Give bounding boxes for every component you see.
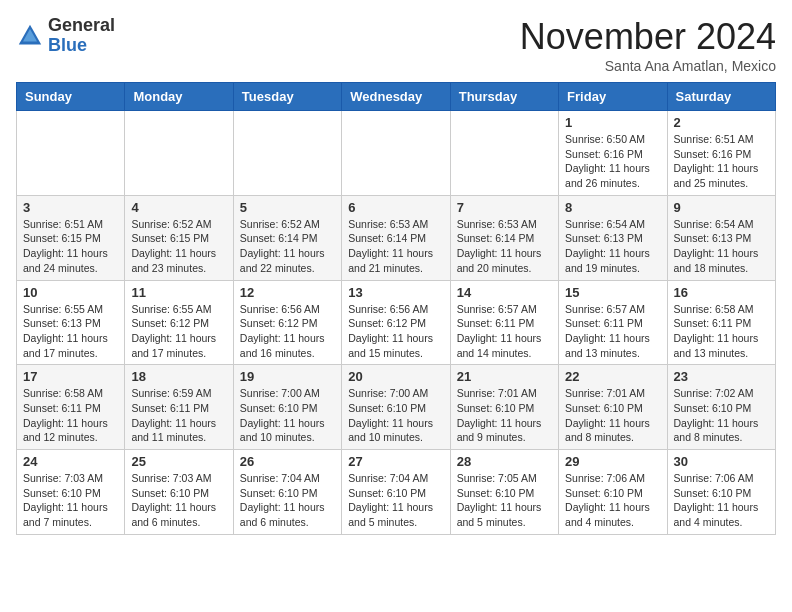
day-info: Sunrise: 6:57 AM Sunset: 6:11 PM Dayligh… — [457, 302, 552, 361]
day-number: 27 — [348, 454, 443, 469]
day-info: Sunrise: 7:04 AM Sunset: 6:10 PM Dayligh… — [348, 471, 443, 530]
day-number: 19 — [240, 369, 335, 384]
logo-general: General — [48, 15, 115, 35]
day-info: Sunrise: 7:00 AM Sunset: 6:10 PM Dayligh… — [348, 386, 443, 445]
calendar-cell: 18Sunrise: 6:59 AM Sunset: 6:11 PM Dayli… — [125, 365, 233, 450]
calendar-week-row: 1Sunrise: 6:50 AM Sunset: 6:16 PM Daylig… — [17, 111, 776, 196]
calendar-cell: 6Sunrise: 6:53 AM Sunset: 6:14 PM Daylig… — [342, 195, 450, 280]
day-number: 5 — [240, 200, 335, 215]
day-number: 23 — [674, 369, 769, 384]
calendar-week-row: 3Sunrise: 6:51 AM Sunset: 6:15 PM Daylig… — [17, 195, 776, 280]
calendar-cell: 19Sunrise: 7:00 AM Sunset: 6:10 PM Dayli… — [233, 365, 341, 450]
calendar-cell: 14Sunrise: 6:57 AM Sunset: 6:11 PM Dayli… — [450, 280, 558, 365]
day-number: 24 — [23, 454, 118, 469]
day-info: Sunrise: 7:00 AM Sunset: 6:10 PM Dayligh… — [240, 386, 335, 445]
calendar-cell: 30Sunrise: 7:06 AM Sunset: 6:10 PM Dayli… — [667, 450, 775, 535]
calendar-cell: 5Sunrise: 6:52 AM Sunset: 6:14 PM Daylig… — [233, 195, 341, 280]
calendar-cell — [342, 111, 450, 196]
calendar-cell: 25Sunrise: 7:03 AM Sunset: 6:10 PM Dayli… — [125, 450, 233, 535]
weekday-header-row: SundayMondayTuesdayWednesdayThursdayFrid… — [17, 83, 776, 111]
day-number: 28 — [457, 454, 552, 469]
calendar-cell: 26Sunrise: 7:04 AM Sunset: 6:10 PM Dayli… — [233, 450, 341, 535]
day-number: 30 — [674, 454, 769, 469]
weekday-header: Sunday — [17, 83, 125, 111]
calendar-cell: 16Sunrise: 6:58 AM Sunset: 6:11 PM Dayli… — [667, 280, 775, 365]
weekday-header: Wednesday — [342, 83, 450, 111]
day-info: Sunrise: 7:04 AM Sunset: 6:10 PM Dayligh… — [240, 471, 335, 530]
calendar-cell: 12Sunrise: 6:56 AM Sunset: 6:12 PM Dayli… — [233, 280, 341, 365]
calendar-week-row: 10Sunrise: 6:55 AM Sunset: 6:13 PM Dayli… — [17, 280, 776, 365]
day-number: 20 — [348, 369, 443, 384]
day-number: 3 — [23, 200, 118, 215]
day-info: Sunrise: 6:58 AM Sunset: 6:11 PM Dayligh… — [23, 386, 118, 445]
day-info: Sunrise: 6:55 AM Sunset: 6:12 PM Dayligh… — [131, 302, 226, 361]
calendar-cell: 4Sunrise: 6:52 AM Sunset: 6:15 PM Daylig… — [125, 195, 233, 280]
calendar-week-row: 24Sunrise: 7:03 AM Sunset: 6:10 PM Dayli… — [17, 450, 776, 535]
calendar-cell: 11Sunrise: 6:55 AM Sunset: 6:12 PM Dayli… — [125, 280, 233, 365]
day-info: Sunrise: 7:02 AM Sunset: 6:10 PM Dayligh… — [674, 386, 769, 445]
calendar-cell: 15Sunrise: 6:57 AM Sunset: 6:11 PM Dayli… — [559, 280, 667, 365]
logo-icon — [16, 22, 44, 50]
day-info: Sunrise: 6:51 AM Sunset: 6:15 PM Dayligh… — [23, 217, 118, 276]
day-info: Sunrise: 6:56 AM Sunset: 6:12 PM Dayligh… — [240, 302, 335, 361]
location: Santa Ana Amatlan, Mexico — [520, 58, 776, 74]
calendar-cell: 7Sunrise: 6:53 AM Sunset: 6:14 PM Daylig… — [450, 195, 558, 280]
day-info: Sunrise: 6:57 AM Sunset: 6:11 PM Dayligh… — [565, 302, 660, 361]
calendar-cell: 17Sunrise: 6:58 AM Sunset: 6:11 PM Dayli… — [17, 365, 125, 450]
day-number: 1 — [565, 115, 660, 130]
day-info: Sunrise: 7:03 AM Sunset: 6:10 PM Dayligh… — [131, 471, 226, 530]
day-number: 6 — [348, 200, 443, 215]
calendar-cell: 21Sunrise: 7:01 AM Sunset: 6:10 PM Dayli… — [450, 365, 558, 450]
day-info: Sunrise: 7:01 AM Sunset: 6:10 PM Dayligh… — [565, 386, 660, 445]
month-title: November 2024 — [520, 16, 776, 58]
page-header: General Blue November 2024 Santa Ana Ama… — [16, 16, 776, 74]
calendar-cell: 23Sunrise: 7:02 AM Sunset: 6:10 PM Dayli… — [667, 365, 775, 450]
day-number: 7 — [457, 200, 552, 215]
calendar-cell: 9Sunrise: 6:54 AM Sunset: 6:13 PM Daylig… — [667, 195, 775, 280]
calendar-cell: 3Sunrise: 6:51 AM Sunset: 6:15 PM Daylig… — [17, 195, 125, 280]
weekday-header: Friday — [559, 83, 667, 111]
day-info: Sunrise: 6:52 AM Sunset: 6:14 PM Dayligh… — [240, 217, 335, 276]
calendar-cell: 27Sunrise: 7:04 AM Sunset: 6:10 PM Dayli… — [342, 450, 450, 535]
weekday-header: Thursday — [450, 83, 558, 111]
day-number: 15 — [565, 285, 660, 300]
calendar-cell: 1Sunrise: 6:50 AM Sunset: 6:16 PM Daylig… — [559, 111, 667, 196]
calendar-cell: 2Sunrise: 6:51 AM Sunset: 6:16 PM Daylig… — [667, 111, 775, 196]
calendar-table: SundayMondayTuesdayWednesdayThursdayFrid… — [16, 82, 776, 535]
day-info: Sunrise: 6:50 AM Sunset: 6:16 PM Dayligh… — [565, 132, 660, 191]
day-info: Sunrise: 7:05 AM Sunset: 6:10 PM Dayligh… — [457, 471, 552, 530]
calendar-week-row: 17Sunrise: 6:58 AM Sunset: 6:11 PM Dayli… — [17, 365, 776, 450]
weekday-header: Monday — [125, 83, 233, 111]
weekday-header: Tuesday — [233, 83, 341, 111]
day-number: 16 — [674, 285, 769, 300]
day-info: Sunrise: 7:06 AM Sunset: 6:10 PM Dayligh… — [674, 471, 769, 530]
day-info: Sunrise: 6:53 AM Sunset: 6:14 PM Dayligh… — [348, 217, 443, 276]
calendar-cell: 24Sunrise: 7:03 AM Sunset: 6:10 PM Dayli… — [17, 450, 125, 535]
calendar-cell — [125, 111, 233, 196]
title-block: November 2024 Santa Ana Amatlan, Mexico — [520, 16, 776, 74]
day-info: Sunrise: 6:56 AM Sunset: 6:12 PM Dayligh… — [348, 302, 443, 361]
day-info: Sunrise: 6:59 AM Sunset: 6:11 PM Dayligh… — [131, 386, 226, 445]
logo-text: General Blue — [48, 16, 115, 56]
day-info: Sunrise: 6:54 AM Sunset: 6:13 PM Dayligh… — [674, 217, 769, 276]
calendar-cell: 8Sunrise: 6:54 AM Sunset: 6:13 PM Daylig… — [559, 195, 667, 280]
day-number: 14 — [457, 285, 552, 300]
calendar-cell — [17, 111, 125, 196]
day-info: Sunrise: 6:53 AM Sunset: 6:14 PM Dayligh… — [457, 217, 552, 276]
day-number: 4 — [131, 200, 226, 215]
logo-blue: Blue — [48, 35, 87, 55]
day-number: 21 — [457, 369, 552, 384]
day-number: 11 — [131, 285, 226, 300]
day-number: 2 — [674, 115, 769, 130]
day-number: 8 — [565, 200, 660, 215]
weekday-header: Saturday — [667, 83, 775, 111]
logo: General Blue — [16, 16, 115, 56]
day-number: 17 — [23, 369, 118, 384]
day-info: Sunrise: 6:58 AM Sunset: 6:11 PM Dayligh… — [674, 302, 769, 361]
calendar-cell — [450, 111, 558, 196]
day-info: Sunrise: 6:54 AM Sunset: 6:13 PM Dayligh… — [565, 217, 660, 276]
day-info: Sunrise: 7:03 AM Sunset: 6:10 PM Dayligh… — [23, 471, 118, 530]
day-number: 10 — [23, 285, 118, 300]
day-info: Sunrise: 6:52 AM Sunset: 6:15 PM Dayligh… — [131, 217, 226, 276]
day-number: 12 — [240, 285, 335, 300]
